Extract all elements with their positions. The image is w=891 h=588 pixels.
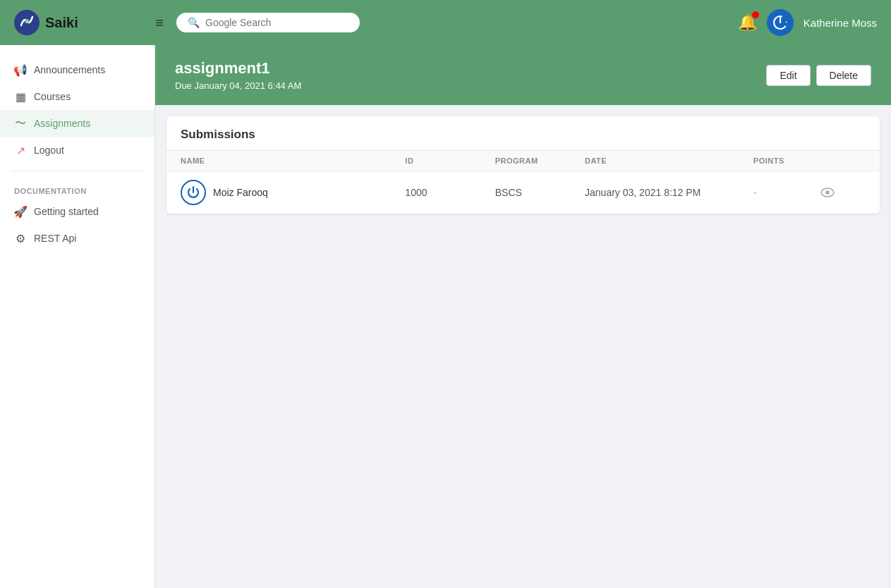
row-points: - <box>753 187 821 198</box>
student-name: Moiz Farooq <box>213 187 268 198</box>
col-header-action <box>820 157 866 165</box>
sidebar-item-logout[interactable]: ↗ Logout <box>0 137 154 164</box>
row-date: January 03, 2021 8:12 PM <box>585 187 753 198</box>
sidebar-item-courses[interactable]: ▦ Courses <box>0 83 154 110</box>
grid-icon: ▦ <box>14 90 27 103</box>
user-power-icon <box>772 15 788 30</box>
assignment-banner: assignment1 Due January 04, 2021 6:44 AM… <box>155 45 891 105</box>
col-header-id: ID <box>405 157 495 165</box>
user-avatar <box>767 9 794 36</box>
sidebar-divider <box>11 171 143 171</box>
main-layout: 📢 Announcements ▦ Courses 〜 Assignments … <box>0 45 891 588</box>
settings-icon: ⚙ <box>14 232 27 245</box>
sidebar-item-announcements-label: Announcements <box>34 64 105 75</box>
hamburger-button[interactable]: ≡ <box>150 12 169 34</box>
assignment-info: assignment1 Due January 04, 2021 6:44 AM <box>175 59 301 91</box>
rocket-icon: 🚀 <box>14 205 27 218</box>
sidebar-item-getting-started-label: Getting started <box>34 206 99 217</box>
student-avatar <box>181 180 206 205</box>
megaphone-icon: 📢 <box>14 63 27 76</box>
sidebar: 📢 Announcements ▦ Courses 〜 Assignments … <box>0 45 155 588</box>
search-input[interactable] <box>205 17 332 28</box>
view-button[interactable] <box>820 188 835 197</box>
row-id: 1000 <box>405 187 495 198</box>
content-area: assignment1 Due January 04, 2021 6:44 AM… <box>155 45 891 588</box>
sidebar-item-announcements[interactable]: 📢 Announcements <box>0 56 154 83</box>
sidebar-item-logout-label: Logout <box>34 145 64 156</box>
assignment-actions: Edit Delete <box>766 65 871 86</box>
docs-section-label: DOCUMENTATION <box>0 178 154 198</box>
sidebar-item-assignments-label: Assignments <box>34 118 90 129</box>
assignment-title: assignment1 <box>175 59 301 78</box>
table-row: Moiz Farooq 1000 BSCS January 03, 2021 8… <box>166 171 880 214</box>
row-view-action[interactable] <box>820 188 866 197</box>
sidebar-item-getting-started[interactable]: 🚀 Getting started <box>0 198 154 225</box>
header-center: 🔍 <box>169 13 738 32</box>
logo-text: Saiki <box>45 15 78 31</box>
submissions-container: Submissions NAME ID PROGRAM DATE POINTS <box>166 116 880 214</box>
sidebar-item-assignments[interactable]: 〜 Assignments <box>0 110 154 137</box>
delete-button[interactable]: Delete <box>816 65 871 86</box>
sidebar-item-rest-api-label: REST Api <box>34 233 76 244</box>
svg-point-5 <box>826 190 830 195</box>
col-header-program: PROGRAM <box>495 157 585 165</box>
assignment-due-date: Due January 04, 2021 6:44 AM <box>175 80 301 91</box>
edit-button[interactable]: Edit <box>766 65 810 86</box>
top-header: Saiki ≡ 🔍 🔔 Katherine Moss <box>0 0 891 45</box>
sidebar-item-courses-label: Courses <box>34 91 71 102</box>
student-power-icon <box>186 185 200 200</box>
chart-icon: 〜 <box>14 117 27 130</box>
logo-area: Saiki <box>14 10 78 35</box>
eye-icon <box>820 188 835 197</box>
logout-icon: ↗ <box>14 144 27 157</box>
header-right: 🔔 Katherine Moss <box>738 9 877 36</box>
search-bar: 🔍 <box>176 13 360 32</box>
saiki-logo-icon <box>14 10 40 35</box>
search-icon: 🔍 <box>188 17 200 28</box>
submissions-title: Submissions <box>166 116 880 150</box>
header-left: Saiki ≡ <box>14 10 169 35</box>
col-header-points: POINTS <box>753 157 821 165</box>
sidebar-item-rest-api[interactable]: ⚙ REST Api <box>0 225 154 252</box>
row-name-cell: Moiz Farooq <box>181 180 405 205</box>
notification-badge <box>752 11 759 18</box>
notification-bell[interactable]: 🔔 <box>738 13 757 32</box>
user-name: Katherine Moss <box>804 17 877 29</box>
col-header-name: NAME <box>181 157 405 165</box>
row-program: BSCS <box>495 187 585 198</box>
table-header: NAME ID PROGRAM DATE POINTS <box>166 150 880 171</box>
svg-point-1 <box>25 19 29 23</box>
col-header-date: DATE <box>585 157 753 165</box>
